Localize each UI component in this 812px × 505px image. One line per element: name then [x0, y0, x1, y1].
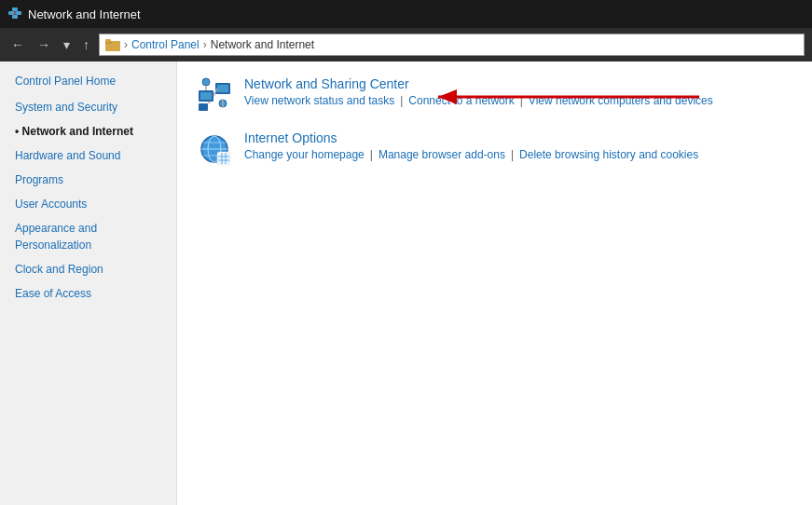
title-bar-text: Network and Internet: [28, 7, 141, 21]
network-sharing-row: Network and Sharing Center View network …: [196, 76, 793, 114]
svg-rect-10: [200, 92, 212, 100]
sidebar-item-ease-access[interactable]: Ease of Access: [0, 281, 176, 306]
main-layout: Control Panel Home System and Security N…: [0, 61, 812, 505]
internet-options-icon: [196, 130, 233, 168]
internet-options-category-icon: [197, 131, 232, 167]
svg-rect-8: [105, 39, 111, 42]
svg-rect-12: [217, 85, 228, 92]
view-network-link[interactable]: View network status and tasks: [244, 94, 394, 107]
sidebar: Control Panel Home System and Security N…: [0, 61, 177, 505]
svg-rect-0: [12, 15, 18, 19]
title-bar: Network and Internet: [0, 0, 812, 28]
dropdown-button[interactable]: ▾: [60, 35, 74, 54]
back-button[interactable]: ←: [7, 35, 28, 54]
internet-options-title[interactable]: Internet Options: [244, 130, 793, 145]
sep-2: |: [520, 94, 523, 107]
svg-line-15: [208, 102, 210, 103]
internet-options-content: Internet Options Change your homepage | …: [244, 130, 793, 161]
address-bar: ← → ▾ ↑ › Control Panel › Network and In…: [0, 28, 812, 61]
sidebar-item-user-accounts[interactable]: User Accounts: [0, 192, 176, 216]
sep-4: |: [511, 148, 514, 161]
folder-icon: [105, 38, 120, 51]
svg-rect-2: [16, 11, 21, 15]
content-area: Network and Sharing Center View network …: [177, 61, 812, 505]
view-computers-link[interactable]: View network computers and devices: [529, 94, 713, 107]
network-sharing-content: Network and Sharing Center View network …: [244, 76, 793, 107]
network-icon: [7, 7, 22, 21]
svg-rect-3: [12, 7, 18, 11]
breadcrumb-current: Network and Internet: [211, 38, 314, 51]
delete-history-link[interactable]: Delete browsing history and cookies: [519, 148, 698, 161]
svg-rect-13: [199, 103, 208, 111]
sep-3: |: [370, 148, 373, 161]
network-sharing-category-icon: [197, 77, 232, 113]
sidebar-item-system-security[interactable]: System and Security: [0, 95, 176, 119]
manage-addons-link[interactable]: Manage browser add-ons: [378, 148, 505, 161]
network-sharing-icon: [196, 76, 233, 114]
breadcrumb-sep-2: ›: [203, 38, 207, 51]
sidebar-item-programs[interactable]: Programs: [0, 168, 176, 192]
breadcrumb-control-panel[interactable]: Control Panel: [131, 38, 200, 51]
svg-point-16: [202, 78, 210, 86]
internet-options-row: Internet Options Change your homepage | …: [196, 130, 793, 168]
network-sharing-links: View network status and tasks | Connect …: [244, 94, 793, 107]
network-sharing-title[interactable]: Network and Sharing Center: [244, 76, 793, 91]
up-button[interactable]: ↑: [79, 35, 93, 54]
svg-rect-26: [218, 153, 229, 164]
connect-network-link[interactable]: Connect to a network: [408, 94, 514, 107]
change-homepage-link[interactable]: Change your homepage: [244, 148, 365, 161]
sidebar-item-hardware-sound[interactable]: Hardware and Sound: [0, 143, 176, 168]
breadcrumb-sep-1: ›: [124, 38, 128, 51]
sidebar-item-clock-region[interactable]: Clock and Region: [0, 257, 176, 281]
sidebar-home[interactable]: Control Panel Home: [0, 69, 176, 89]
sidebar-item-appearance[interactable]: Appearance and Personalization: [0, 216, 176, 257]
sidebar-item-network-internet[interactable]: Network and Internet: [0, 119, 176, 143]
internet-options-links: Change your homepage | Manage browser ad…: [244, 148, 793, 161]
sep-1: |: [400, 94, 403, 107]
forward-button[interactable]: →: [34, 35, 54, 54]
breadcrumb: › Control Panel › Network and Internet: [99, 34, 805, 56]
